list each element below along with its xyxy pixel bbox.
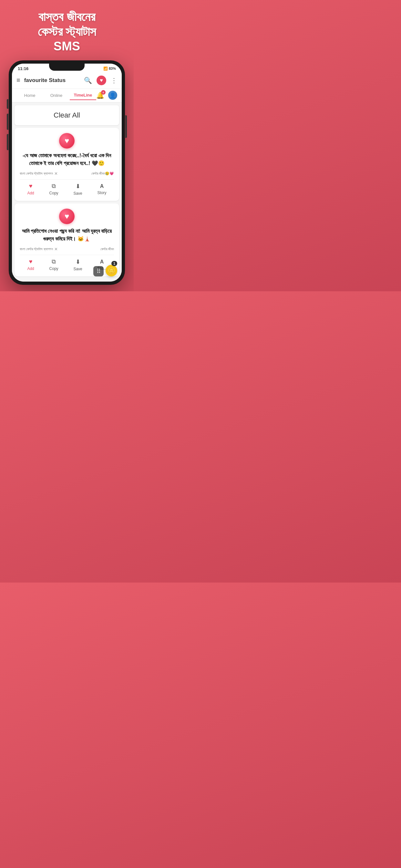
- story-button-1[interactable]: A Story: [97, 183, 106, 195]
- card-1-tags: বাংলা কেস্টর স্ট্যাটাস ক্যাপশন ✕ কেস্টর …: [20, 171, 114, 176]
- tag-close-icon-2[interactable]: ✕: [54, 247, 58, 252]
- avatar-icon[interactable]: 👤: [108, 91, 117, 100]
- bell-badge: 0: [101, 90, 105, 95]
- card-1-heart-header: ♥: [20, 133, 114, 149]
- favorite-heart-button[interactable]: ♥: [96, 75, 106, 85]
- silent-button: [7, 134, 8, 150]
- card-1-text: -যে আজ তোমাকে অবহেলা করেছ..!-ধৈর্য ধরো এ…: [20, 152, 114, 167]
- float-counter: 1: [112, 261, 117, 266]
- battery-icon: 83%: [109, 66, 116, 70]
- card-2-heart-header: ♥: [20, 209, 114, 224]
- nav-tabs: Home Online TimeLine 🔔 0 👤: [12, 89, 122, 103]
- tab-timeline[interactable]: TimeLine: [70, 91, 96, 100]
- content-area: Clear All ♥ -যে আজ তোমাকে অবহেলা করেছ..!…: [12, 103, 122, 282]
- add-button-1[interactable]: ♥ Add: [27, 183, 34, 195]
- tab-online[interactable]: Online: [43, 91, 69, 100]
- volume-up-button: [7, 99, 8, 109]
- title-line1: বাস্তব জীবনের: [38, 10, 95, 24]
- tab-icons: 🔔 0 👤: [96, 91, 117, 100]
- clear-all-button[interactable]: Clear All: [14, 105, 119, 125]
- card-2-tags: বাংলা কেস্টর স্ট্যাটাস ক্যাপশন ✕ কেস্টর …: [20, 247, 114, 252]
- status-icons: 📶 83%: [103, 66, 116, 71]
- card-1-tag-right: কেস্টর জীবন😢💗: [91, 172, 114, 176]
- title-line3: SMS: [54, 39, 80, 53]
- copy-button-2[interactable]: ⧉ Copy: [50, 258, 58, 271]
- card-2-tag-right: কেস্টর জীবন: [100, 247, 114, 251]
- save-button-2[interactable]: ⬇ Save: [73, 258, 82, 271]
- card-1-tag-left: বাংলা কেস্টর স্ট্যাটাস ক্যাপশন ✕: [20, 171, 58, 176]
- app-bar-title: favourite Status: [24, 77, 80, 84]
- phone-screen: 11:16 📶 83% ≡ favourite Status 🔍 ♥ ⋮ Hom…: [12, 64, 122, 282]
- tag-close-icon[interactable]: ✕: [54, 171, 58, 176]
- card-2-tag-left: বাংলা কেস্টর স্ট্যাটাস ক্যাপশন ✕: [20, 247, 58, 252]
- title-line2: কেস্টর স্ট্যাটাস: [38, 25, 96, 38]
- app-title: বাস্তব জীবনের কেস্টর স্ট্যাটাস SMS: [31, 0, 103, 60]
- tab-home[interactable]: Home: [17, 91, 43, 100]
- phone-notch: [49, 64, 85, 71]
- heart-circle-2: ♥: [59, 209, 74, 224]
- phone-mockup: 11:16 📶 83% ≡ favourite Status 🔍 ♥ ⋮ Hom…: [9, 60, 125, 285]
- status-card-2: ♥ আমি প্রতিশোধ নেওয়া পছন্দ করি না! আমি …: [14, 204, 119, 276]
- power-button: [125, 115, 127, 138]
- app-bar: ≡ favourite Status 🔍 ♥ ⋮: [12, 72, 122, 89]
- float-coin-badge[interactable]: 🪙: [105, 265, 117, 276]
- menu-icon[interactable]: ≡: [17, 76, 20, 84]
- bell-icon[interactable]: 🔔 0: [96, 91, 104, 99]
- signal-icon: 📶: [103, 66, 108, 71]
- heart-circle-1: ♥: [59, 133, 74, 149]
- card-2-text: আমি প্রতিশোধ নেওয়া পছন্দ করি না! আমি দূ…: [20, 227, 114, 243]
- clock: 11:16: [18, 66, 28, 71]
- volume-down-button: [7, 114, 8, 130]
- more-options-icon[interactable]: ⋮: [111, 76, 117, 84]
- copy-button-1[interactable]: ⧉ Copy: [50, 183, 58, 195]
- card-1-actions: ♥ Add ⧉ Copy ⬇ Save A Story: [20, 179, 114, 196]
- float-grid-button[interactable]: ⠿: [93, 266, 104, 276]
- search-icon[interactable]: 🔍: [84, 76, 92, 84]
- status-card-1: ♥ -যে আজ তোমাকে অবহেলা করেছ..!-ধৈর্য ধরো…: [14, 128, 119, 201]
- save-button-1[interactable]: ⬇ Save: [73, 183, 82, 196]
- app-bar-icons: 🔍 ♥ ⋮: [84, 75, 117, 85]
- add-button-2[interactable]: ♥ Add: [27, 258, 34, 271]
